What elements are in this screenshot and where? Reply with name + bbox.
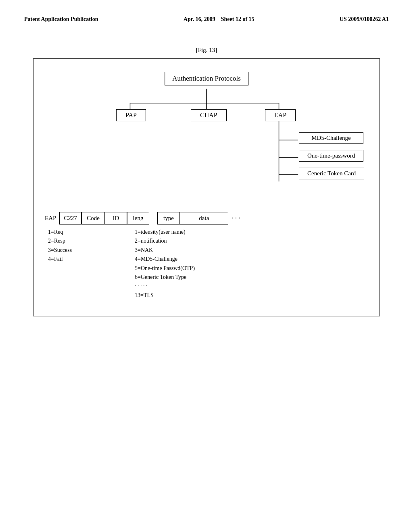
md5-label: MD5-Challenge: [311, 135, 350, 141]
type-value-13: 13=TLS: [135, 291, 195, 300]
auth-protocols-box: Authentication Protocols: [165, 72, 248, 85]
page: Patent Application Publication Apr. 16, …: [0, 0, 413, 532]
tree-section: Authentication Protocols PAP CHAP EAP MD…: [42, 71, 371, 208]
type-value-5: 5=One-time Passwd(OTP): [135, 264, 195, 273]
header-left: Patent Application Publication: [24, 16, 98, 23]
type-value-1: 1=idensity(user name): [135, 228, 195, 237]
type-dots: · · · · ·: [135, 282, 195, 291]
code-value-3: 3=Success: [48, 246, 107, 255]
diagram-container: Authentication Protocols PAP CHAP EAP MD…: [33, 58, 380, 316]
eap-packet-label: EAP: [42, 212, 59, 224]
code-cell: Code: [81, 212, 105, 224]
page-header: Patent Application Publication Apr. 16, …: [24, 16, 389, 23]
eap-top-label: EAP: [274, 112, 286, 118]
token-card-box: Ceneric Token Card: [299, 168, 364, 179]
dots-label: · · ·: [228, 212, 244, 224]
type-cell: type: [157, 212, 180, 224]
md5-box: MD5-Challenge: [299, 132, 363, 144]
data-label: data: [199, 215, 209, 222]
data-cell: data: [180, 212, 228, 224]
code-value-4: 4=Fail: [48, 255, 107, 264]
leng-cell: leng: [127, 212, 149, 224]
leng-label: leng: [133, 215, 144, 222]
code-label: Code: [87, 215, 100, 222]
c227-label: C227: [64, 215, 77, 222]
eap-top-box: EAP: [265, 109, 296, 121]
id-cell: ID: [105, 212, 127, 224]
pap-box: PAP: [116, 109, 146, 121]
code-value-2: 2=Resp: [48, 237, 107, 245]
code-values: 1=Req 2=Resp 3=Success 4=Fail: [45, 228, 107, 264]
otp-label: One-time-password: [307, 152, 355, 159]
type-value-3: 3=NAK: [135, 246, 195, 255]
code-value-1: 1=Req: [48, 228, 107, 237]
type-value-4: 4=MD5-Challenge: [135, 255, 195, 264]
type-values: 1=idensity(user name) 2=notification 3=N…: [131, 228, 195, 300]
chap-label: CHAP: [200, 112, 217, 118]
c227-cell: C227: [59, 212, 81, 224]
packet-section: EAP C227 Code ID leng type data: [42, 212, 371, 300]
chap-box: CHAP: [191, 109, 227, 121]
fig-label: [Fig. 13]: [24, 47, 389, 54]
type-value-6: 6=Generic Token Type: [135, 273, 195, 282]
id-label: ID: [113, 215, 119, 222]
token-card-label: Ceneric Token Card: [307, 170, 356, 177]
auth-protocols-label: Authentication Protocols: [172, 75, 241, 82]
header-center: Apr. 16, 2009 Sheet 12 of 15: [184, 16, 254, 23]
type-value-2: 2=notification: [135, 237, 195, 245]
type-label: type: [163, 215, 174, 222]
header-right: US 2009/0100262 A1: [340, 16, 389, 23]
pap-label: PAP: [125, 112, 137, 118]
otp-box: One-time-password: [299, 150, 363, 162]
